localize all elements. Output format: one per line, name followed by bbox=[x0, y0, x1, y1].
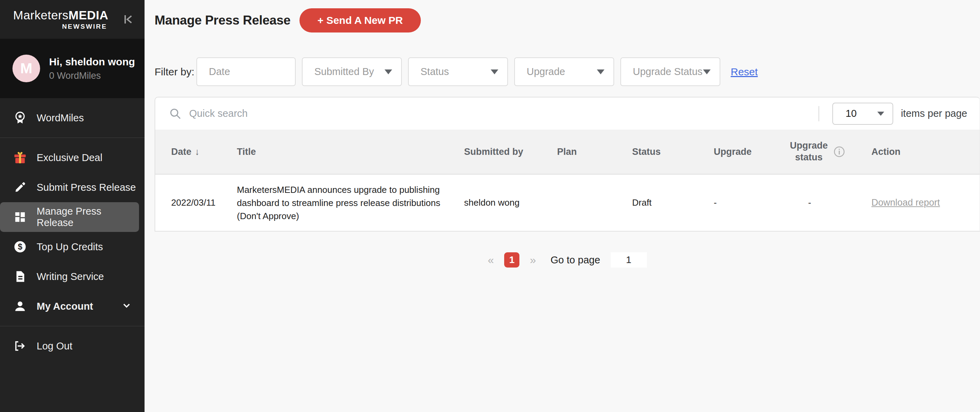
submitted-by-filter-label: Submitted By bbox=[314, 66, 385, 78]
cell-submitted-by: sheldon wong bbox=[457, 197, 547, 208]
badge-star-icon bbox=[13, 110, 28, 126]
column-header-upgrade: Upgrade bbox=[706, 146, 775, 157]
brand-name-bold: MEDIA bbox=[68, 8, 108, 22]
sidebar-item-log-out[interactable]: Log Out bbox=[0, 331, 145, 361]
page-size-value: 10 bbox=[845, 108, 877, 119]
table-header-row: Date↓ Title Submitted by Plan Status Upg… bbox=[155, 130, 980, 175]
sidebar-item-label: WordMiles bbox=[37, 112, 84, 124]
dashboard-icon bbox=[13, 210, 28, 225]
user-wordmiles-count: 0 WordMiles bbox=[49, 70, 135, 81]
cell-upgrade: - bbox=[706, 197, 775, 208]
sidebar-item-my-account[interactable]: My Account bbox=[0, 291, 145, 321]
cell-status: Draft bbox=[623, 197, 706, 208]
cell-upgrade-status: - bbox=[775, 197, 858, 208]
brand-tagline: NEWSWIRE bbox=[13, 23, 107, 30]
collapse-sidebar-icon[interactable] bbox=[121, 13, 135, 26]
divider bbox=[0, 138, 145, 138]
svg-text:$: $ bbox=[18, 242, 22, 251]
gift-icon bbox=[13, 150, 28, 165]
sidebar-item-label: Top Up Credits bbox=[37, 241, 103, 253]
cell-title: MarketersMEDIA announces upgrade to publ… bbox=[229, 183, 457, 223]
sidebar-item-label: Log Out bbox=[37, 340, 72, 352]
column-header-title: Title bbox=[229, 146, 457, 157]
user-greeting: Hi, sheldon wong bbox=[49, 56, 135, 68]
info-icon[interactable] bbox=[834, 146, 845, 157]
page-size-select[interactable]: 10 bbox=[832, 103, 893, 125]
dollar-circle-icon: $ bbox=[13, 239, 28, 255]
cell-action: Download report bbox=[858, 197, 980, 208]
dropdown-caret-icon bbox=[385, 70, 392, 74]
sidebar-item-wordmiles[interactable]: WordMiles bbox=[0, 103, 145, 133]
go-to-page-input[interactable] bbox=[611, 252, 647, 267]
app-root: MarketersMEDIA NEWSWIRE M Hi, sheldon wo… bbox=[0, 0, 980, 412]
sidebar-item-label: Manage Press Release bbox=[37, 206, 139, 229]
sidebar-nav: WordMiles Exclusive Deal Submit Press Re… bbox=[0, 98, 145, 412]
upgrade-filter-label: Upgrade bbox=[527, 66, 597, 78]
column-header-date[interactable]: Date↓ bbox=[155, 146, 229, 157]
user-info: Hi, sheldon wong 0 WordMiles bbox=[49, 56, 135, 81]
column-header-status: Status bbox=[623, 146, 706, 157]
sidebar-item-manage-press-release[interactable]: Manage Press Release bbox=[0, 202, 139, 232]
sidebar-item-label: Writing Service bbox=[37, 271, 104, 282]
sidebar-item-submit-press-release[interactable]: Submit Press Release bbox=[0, 172, 145, 202]
table-row: 2022/03/11 MarketersMEDIA announces upgr… bbox=[155, 175, 980, 232]
upgrade-status-filter-dropdown[interactable]: Upgrade Status bbox=[620, 57, 720, 86]
dropdown-caret-icon bbox=[877, 111, 884, 116]
column-header-action: Action bbox=[858, 146, 980, 157]
upgrade-status-filter-label: Upgrade Status bbox=[633, 66, 703, 78]
sidebar-item-label: Exclusive Deal bbox=[37, 152, 102, 164]
upgrade-filter-dropdown[interactable]: Upgrade bbox=[514, 57, 614, 86]
filter-by-label: Filter by: bbox=[154, 66, 196, 78]
sidebar-item-label: My Account bbox=[37, 301, 93, 312]
dropdown-caret-icon bbox=[597, 70, 605, 74]
page-title: Manage Press Release bbox=[154, 13, 291, 28]
divider bbox=[0, 326, 145, 326]
current-page-button[interactable]: 1 bbox=[504, 252, 519, 267]
previous-page-icon[interactable]: « bbox=[488, 254, 494, 266]
date-filter-input[interactable]: Date bbox=[196, 57, 296, 86]
next-page-icon[interactable]: » bbox=[530, 254, 536, 266]
sidebar-item-writing-service[interactable]: Writing Service bbox=[0, 262, 145, 291]
avatar: M bbox=[13, 55, 40, 82]
column-header-plan: Plan bbox=[547, 146, 623, 157]
divider bbox=[819, 106, 819, 121]
status-filter-label: Status bbox=[420, 66, 491, 78]
date-filter-placeholder: Date bbox=[209, 66, 286, 78]
sidebar-item-exclusive-deal[interactable]: Exclusive Deal bbox=[0, 143, 145, 172]
dropdown-caret-icon bbox=[491, 70, 498, 74]
download-report-link[interactable]: Download report bbox=[872, 197, 940, 208]
pagination: « 1 » Go to page bbox=[154, 252, 980, 267]
submitted-by-filter-dropdown[interactable]: Submitted By bbox=[302, 57, 402, 86]
search-icon bbox=[169, 108, 181, 120]
press-release-table-card: 10 items per page Date↓ Title Submitted … bbox=[154, 97, 980, 232]
dropdown-caret-icon bbox=[703, 70, 711, 74]
table-toolbar: 10 items per page bbox=[155, 97, 980, 130]
document-icon bbox=[13, 269, 28, 284]
sidebar-item-top-up-credits[interactable]: $ Top Up Credits bbox=[0, 232, 145, 262]
go-to-page-label: Go to page bbox=[550, 255, 600, 266]
page-header: Manage Press Release + Send A New PR bbox=[154, 8, 980, 32]
brand-header: MarketersMEDIA NEWSWIRE bbox=[0, 0, 145, 39]
brand-name-regular: Marketers bbox=[13, 8, 68, 22]
sort-descending-icon[interactable]: ↓ bbox=[195, 146, 200, 157]
filter-bar: Filter by: Date Submitted By Status Upgr… bbox=[154, 57, 980, 86]
sidebar-item-label: Submit Press Release bbox=[37, 182, 136, 193]
status-filter-dropdown[interactable]: Status bbox=[408, 57, 508, 86]
items-per-page-label: items per page bbox=[901, 108, 967, 119]
send-new-pr-button[interactable]: + Send A New PR bbox=[299, 8, 421, 32]
sidebar: MarketersMEDIA NEWSWIRE M Hi, sheldon wo… bbox=[0, 0, 145, 412]
column-header-upgrade-status: Upgrade status bbox=[775, 140, 858, 164]
chevron-down-icon bbox=[121, 300, 132, 312]
user-profile: M Hi, sheldon wong 0 WordMiles bbox=[0, 39, 145, 98]
reset-filters-link[interactable]: Reset bbox=[731, 66, 758, 78]
quick-search-input[interactable] bbox=[189, 108, 819, 119]
logout-icon bbox=[13, 338, 28, 353]
main-content: Manage Press Release + Send A New PR Fil… bbox=[145, 0, 980, 412]
cell-date: 2022/03/11 bbox=[155, 197, 229, 208]
pencil-icon bbox=[13, 180, 28, 195]
person-icon bbox=[13, 299, 28, 314]
column-header-submitted-by: Submitted by bbox=[457, 146, 547, 157]
